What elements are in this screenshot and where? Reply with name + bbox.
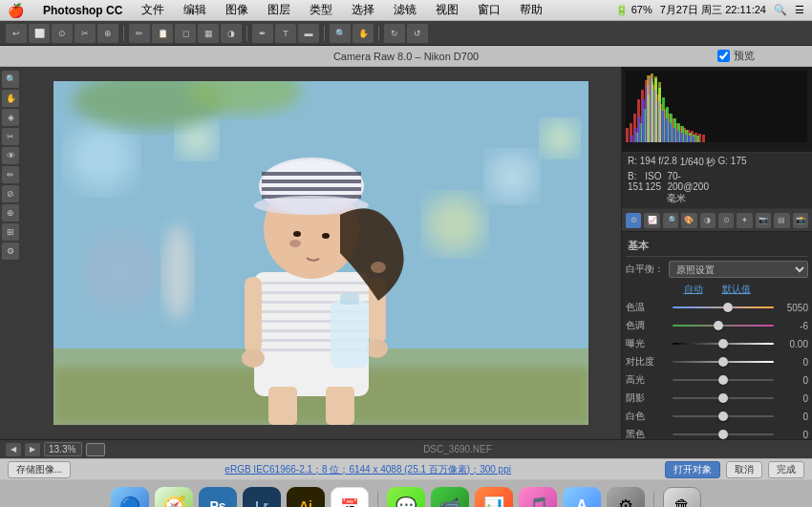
app-name[interactable]: Photoshop CC bbox=[39, 4, 126, 17]
slider-0[interactable] bbox=[673, 302, 774, 313]
dock-appstore[interactable]: A bbox=[563, 487, 601, 507]
search-icon[interactable]: 🔍 bbox=[774, 4, 787, 16]
slider-thumb-1[interactable] bbox=[714, 321, 723, 330]
slider-3[interactable] bbox=[673, 356, 774, 368]
dock-calendar[interactable]: 📅 bbox=[331, 487, 369, 507]
preview-check[interactable] bbox=[717, 50, 730, 62]
slider-1[interactable] bbox=[673, 320, 774, 331]
wb-select[interactable]: 原照设置 自动 日光 阴天 阴影 白炽灯 荧光灯 闪光灯 自定 bbox=[669, 261, 808, 278]
dock-messages[interactable]: 💬 bbox=[387, 487, 425, 507]
slider-row-色调: 色调-6 bbox=[626, 319, 808, 332]
slider-5[interactable] bbox=[673, 392, 774, 404]
tool-pen[interactable]: ✒ bbox=[252, 24, 273, 43]
dock-safari[interactable]: 🧭 bbox=[155, 487, 193, 507]
vtool-brush[interactable]: ✏ bbox=[2, 166, 19, 183]
menu-layer[interactable]: 图层 bbox=[264, 2, 294, 18]
menu-type[interactable]: 类型 bbox=[306, 2, 336, 18]
menu-image[interactable]: 图像 bbox=[222, 2, 252, 18]
vtool-hand[interactable]: ✋ bbox=[2, 90, 19, 107]
slider-thumb-2[interactable] bbox=[718, 339, 728, 349]
dock-finder[interactable]: 🔵 bbox=[111, 487, 149, 507]
basic-panel-icon[interactable]: ⚙ bbox=[626, 213, 641, 228]
vtool-open-ps[interactable]: ⊞ bbox=[2, 223, 19, 241]
svg-rect-62 bbox=[702, 135, 705, 142]
tool-marquee[interactable]: ⬜ bbox=[29, 24, 50, 43]
vtool-retouch[interactable]: ⊕ bbox=[2, 204, 19, 222]
tool-arrow[interactable]: ↩ bbox=[6, 24, 27, 43]
menu-icon[interactable]: ☰ bbox=[795, 4, 804, 16]
menu-view[interactable]: 视图 bbox=[432, 2, 462, 18]
auto-button[interactable]: 自动 bbox=[684, 283, 703, 296]
menu-help[interactable]: 帮助 bbox=[516, 2, 546, 18]
dock-system-prefs[interactable]: ⚙ bbox=[607, 487, 645, 507]
tone-curve-icon[interactable]: 📈 bbox=[644, 213, 659, 228]
tool-heal[interactable]: ⊕ bbox=[97, 24, 118, 43]
tool-text[interactable]: T bbox=[275, 24, 296, 43]
snapshots-icon[interactable]: 📸 bbox=[793, 213, 808, 228]
wb-label: 白平衡： bbox=[626, 263, 669, 276]
dock-facetime[interactable]: 📹 bbox=[431, 487, 469, 507]
slider-thumb-7[interactable] bbox=[718, 430, 728, 439]
dock-photoshop[interactable]: Ps bbox=[199, 487, 237, 507]
vtool-zoom[interactable]: 🔍 bbox=[2, 71, 19, 88]
tool-eraser[interactable]: ◻ bbox=[175, 24, 196, 43]
slider-4[interactable] bbox=[673, 374, 774, 386]
open-object-btn[interactable]: 打开对象 bbox=[665, 461, 720, 478]
image-info[interactable]: eRGB IEC61966-2.1；8 位；6144 x 4088 (25.1 … bbox=[224, 464, 511, 475]
dock-charts[interactable]: 📊 bbox=[475, 487, 513, 507]
next-frame-btn[interactable]: ▶ bbox=[25, 443, 40, 456]
tool-lasso[interactable]: ⊙ bbox=[52, 24, 73, 43]
menu-filter[interactable]: 滤镜 bbox=[390, 2, 420, 18]
dock-illustrator[interactable]: Ai bbox=[287, 487, 325, 507]
slider-6[interactable] bbox=[673, 411, 774, 422]
detail-icon[interactable]: 🔎 bbox=[663, 213, 678, 228]
vtool-redeye[interactable]: 👁 bbox=[2, 147, 19, 164]
dock-lightroom[interactable]: Lr bbox=[243, 487, 281, 507]
svg-rect-90 bbox=[669, 123, 672, 142]
tool-dodge[interactable]: ◑ bbox=[221, 24, 242, 43]
tool-zoom[interactable]: 🔍 bbox=[330, 24, 351, 43]
lens-icon[interactable]: ⊙ bbox=[718, 213, 734, 228]
camera-cal-icon[interactable]: 📷 bbox=[756, 213, 771, 228]
slider-7[interactable] bbox=[673, 429, 774, 439]
slider-thumb-4[interactable] bbox=[718, 375, 728, 385]
menu-select[interactable]: 选择 bbox=[348, 2, 378, 18]
menu-file[interactable]: 文件 bbox=[138, 2, 168, 18]
apple-menu[interactable]: 🍎 bbox=[8, 3, 24, 18]
slider-label-5: 阴影 bbox=[626, 391, 669, 405]
tool-hand[interactable]: ✋ bbox=[353, 24, 374, 43]
vtool-filter[interactable]: ⊘ bbox=[2, 185, 19, 202]
tool-clone[interactable]: 📋 bbox=[152, 24, 173, 43]
cancel-btn[interactable]: 取消 bbox=[726, 461, 762, 478]
split-tone-icon[interactable]: ◑ bbox=[700, 213, 716, 228]
color-swatch[interactable] bbox=[86, 443, 105, 456]
done-btn[interactable]: 完成 bbox=[768, 461, 804, 478]
default-button[interactable]: 默认值 bbox=[722, 283, 751, 296]
slider-thumb-5[interactable] bbox=[718, 393, 728, 403]
tool-brush[interactable]: ✏ bbox=[129, 24, 150, 43]
tool-rotate-ccw[interactable]: ↺ bbox=[407, 24, 428, 43]
slider-thumb-6[interactable] bbox=[718, 412, 728, 421]
effects-icon[interactable]: ✦ bbox=[737, 213, 752, 228]
slider-2[interactable] bbox=[673, 338, 774, 349]
dock-itunes[interactable]: 🎵 bbox=[519, 487, 557, 507]
save-image-btn[interactable]: 存储图像... bbox=[8, 461, 71, 478]
tool-gradient[interactable]: ▦ bbox=[198, 24, 219, 43]
prev-frame-btn[interactable]: ◀ bbox=[6, 443, 21, 456]
tool-shape[interactable]: ▬ bbox=[298, 24, 319, 43]
slider-thumb-0[interactable] bbox=[723, 303, 733, 312]
hsl-icon[interactable]: 🎨 bbox=[681, 213, 696, 228]
vtool-wb[interactable]: ◈ bbox=[2, 109, 19, 126]
tool-crop[interactable]: ✂ bbox=[75, 24, 96, 43]
menu-edit[interactable]: 编辑 bbox=[180, 2, 210, 18]
menu-window[interactable]: 窗口 bbox=[474, 2, 504, 18]
tool-rotate-cw[interactable]: ↻ bbox=[384, 24, 405, 43]
preview-checkbox[interactable]: 预览 bbox=[717, 49, 755, 63]
slider-value-4: 0 bbox=[778, 375, 808, 386]
slider-thumb-3[interactable] bbox=[718, 357, 728, 367]
presets-icon[interactable]: ▤ bbox=[774, 213, 789, 228]
dock-trash[interactable]: 🗑 bbox=[663, 487, 701, 507]
vtool-crop[interactable]: ✂ bbox=[2, 128, 19, 145]
vtool-pref[interactable]: ⚙ bbox=[2, 243, 19, 260]
zoom-input[interactable] bbox=[44, 442, 82, 456]
